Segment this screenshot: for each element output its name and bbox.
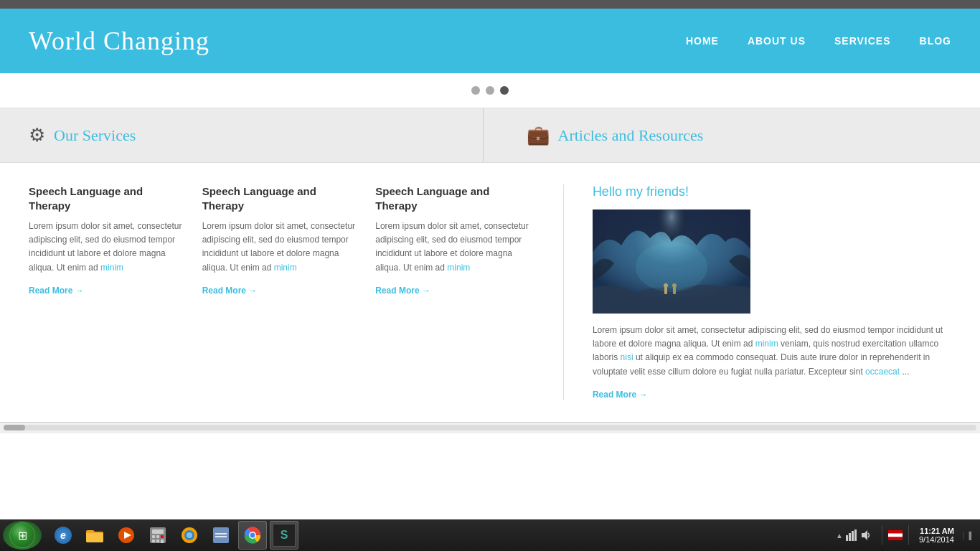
service-col-2: Speech Language and Therapy Lorem ipsum … — [195, 184, 369, 400]
service-2-read-more[interactable]: Read More → — [202, 286, 258, 296]
scrollbar-thumb[interactable] — [4, 425, 25, 430]
scrollbar[interactable] — [0, 422, 980, 433]
service-col-3: Speech Language and Therapy Lorem ipsum … — [368, 184, 542, 400]
services-title: Our Services — [54, 126, 136, 145]
services-section-header: ⚙ Our Services — [29, 108, 484, 162]
nav-home[interactable]: HOME — [686, 35, 719, 47]
section-headers: ⚙ Our Services 💼 Articles and Resources — [0, 108, 980, 163]
service-1-title: Speech Language and Therapy — [29, 184, 188, 212]
nav-services[interactable]: SERVICES — [834, 35, 891, 47]
main-content: Speech Language and Therapy Lorem ipsum … — [0, 163, 980, 422]
dot-3[interactable] — [500, 86, 509, 95]
article-body: Lorem ipsum dolor sit amet, consectetur … — [593, 324, 951, 379]
article-title: Hello my friends! — [593, 184, 951, 199]
dot-1[interactable] — [471, 86, 480, 95]
nav-blog[interactable]: BLOG — [920, 35, 951, 47]
service-1-text: Lorem ipsum dolor sit amet, consectetur … — [29, 220, 188, 275]
briefcase-icon: 💼 — [527, 124, 550, 146]
dot-2[interactable] — [486, 86, 494, 95]
articles-section-header: 💼 Articles and Resources — [484, 108, 952, 162]
article-image — [593, 209, 750, 314]
service-3-text: Lorem ipsum dolor sit amet, consectetur … — [375, 220, 534, 275]
service-col-1: Speech Language and Therapy Lorem ipsum … — [29, 184, 195, 400]
services-area: Speech Language and Therapy Lorem ipsum … — [29, 184, 564, 400]
nav-about[interactable]: ABOUT US — [748, 35, 806, 47]
article-read-more[interactable]: Read More → — [593, 390, 648, 400]
scrollbar-track — [4, 425, 976, 430]
slider-dots — [0, 73, 980, 108]
gear-icon: ⚙ — [29, 124, 45, 146]
service-2-text: Lorem ipsum dolor sit amet, consectetur … — [202, 220, 362, 275]
top-bar — [0, 0, 980, 9]
articles-title: Articles and Resources — [558, 126, 704, 145]
header: World Changing HOME ABOUT US SERVICES BL… — [0, 9, 980, 73]
service-1-read-more[interactable]: Read More → — [29, 286, 84, 296]
main-nav: HOME ABOUT US SERVICES BLOG — [686, 35, 951, 47]
svg-point-7 — [636, 242, 707, 292]
service-3-title: Speech Language and Therapy — [375, 184, 534, 212]
articles-area: Hello my friends! — [564, 184, 951, 400]
site-logo: World Changing — [29, 26, 209, 56]
service-2-title: Speech Language and Therapy — [202, 184, 362, 212]
service-3-read-more[interactable]: Read More → — [375, 286, 430, 296]
